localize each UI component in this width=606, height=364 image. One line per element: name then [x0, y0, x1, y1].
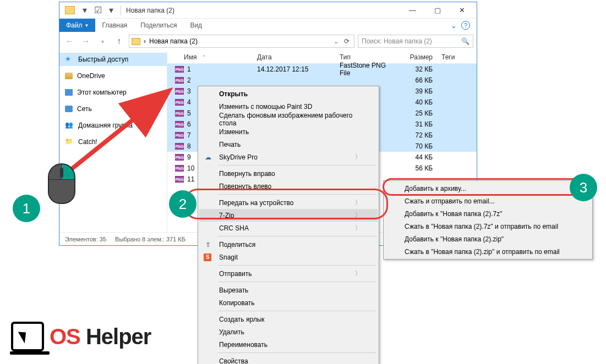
menu-item[interactable]: Добавить к "Новая папка (2).zip"	[385, 233, 591, 245]
search-input[interactable]: Поиск: Новая папка (2) 🔍	[358, 35, 473, 48]
menu-item[interactable]: Печать	[199, 138, 378, 151]
qa-dropdown-icon[interactable]: ▾	[79, 4, 91, 16]
sidebar-item-this-pc[interactable]: Этот компьютер	[59, 86, 167, 99]
tab-share[interactable]: Поделиться	[134, 19, 183, 32]
col-name-label: Имя	[184, 53, 196, 61]
menu-item[interactable]: Передать на устройство〉	[199, 196, 378, 209]
file-row[interactable]: PNG266 КБ	[167, 75, 477, 86]
file-size: 32 КБ	[396, 65, 437, 73]
menu-item[interactable]: Добавить к "Новая папка (2).7z"	[385, 207, 591, 220]
sidebar-item-onedrive[interactable]: OneDrive	[59, 69, 167, 82]
menu-item-label: Сжать в "Новая папка (2).zip" и отправит…	[405, 248, 560, 256]
sidebar-item-label: Домашняя группа	[78, 122, 133, 129]
file-name: 5	[187, 109, 191, 117]
sidebar-item-label: Быстрый доступ	[78, 56, 128, 63]
annotation-badge-3: 3	[570, 174, 597, 201]
submenu-7zip: Добавить к архиву...Сжать и отправить по…	[383, 180, 593, 260]
minimize-button[interactable]: —	[400, 2, 425, 18]
help-icon[interactable]: ?	[461, 21, 470, 30]
tab-file[interactable]: Файл▼	[59, 19, 95, 32]
menu-item-label: Переименовать	[219, 341, 267, 349]
sidebar-item-label: Этот компьютер	[77, 89, 127, 96]
context-menu: ОткрытьИзменить с помощью Paint 3DСделат…	[198, 86, 379, 364]
file-size: 44 КБ	[396, 153, 437, 161]
menu-item[interactable]: Сжать в "Новая папка (2).7z" и отправить…	[385, 220, 591, 233]
menu-item[interactable]: CRC SHA〉	[199, 222, 378, 234]
ribbon-expand-icon[interactable]: ⌄	[451, 21, 457, 30]
sidebar-item-catch[interactable]: 📁Catch!	[59, 135, 167, 148]
tab-file-label: Файл	[66, 21, 83, 29]
search-icon[interactable]: 🔍	[461, 37, 469, 45]
menu-item[interactable]: Повернуть вправо	[199, 167, 378, 180]
titlebar: ▾ ☑ ▾ Новая папка (2) — ▢ ✕	[59, 2, 477, 19]
menu-item-label: SkyDrive Pro	[219, 153, 258, 161]
menu-item[interactable]: Открыть	[199, 87, 378, 100]
menu-item-label: Отправить	[219, 270, 252, 278]
nav-history-dropdown[interactable]: ▾	[96, 35, 109, 48]
path-text[interactable]: Новая папка (2)	[149, 37, 198, 45]
menu-item[interactable]: Изменить	[199, 125, 378, 138]
network-icon	[65, 106, 73, 112]
menu-item[interactable]: 7-Zip〉	[199, 209, 378, 222]
submenu-arrow-icon: 〉	[355, 153, 361, 161]
qa-dropdown2-icon[interactable]: ▾	[105, 4, 117, 16]
sidebar-item-quick-access[interactable]: ★Быстрый доступ	[59, 53, 167, 66]
col-size[interactable]: Размер	[396, 53, 437, 61]
chevron-down-icon[interactable]: ⌄	[334, 38, 339, 45]
menu-item-label: 7-Zip	[219, 212, 234, 219]
menu-item[interactable]: Повернуть влево	[199, 180, 378, 192]
menu-item-label: Передать на устройство	[219, 199, 293, 207]
os-helper-logo: OS Helper	[11, 322, 151, 351]
file-name: 6	[187, 120, 191, 128]
nav-back-button[interactable]: ←	[63, 35, 76, 48]
catch-icon: 📁	[65, 137, 74, 146]
status-selected: Выбрано 8 элем.: 371 КБ	[115, 236, 185, 242]
tab-home[interactable]: Главная	[95, 19, 134, 32]
menu-item[interactable]: Сжать и отправить по email...	[385, 195, 591, 207]
col-type[interactable]: Тип	[335, 53, 396, 61]
tab-view[interactable]: Вид	[183, 19, 209, 32]
menu-item[interactable]: Создать ярлык	[199, 313, 378, 326]
sidebar-item-network[interactable]: Сеть	[59, 102, 167, 115]
menu-item[interactable]: SSnagit	[199, 251, 378, 263]
file-size: 25 КБ	[396, 109, 437, 117]
close-button[interactable]: ✕	[450, 2, 474, 18]
png-file-icon: PNG	[175, 165, 184, 172]
menu-item[interactable]: Удалить	[199, 326, 378, 338]
menu-item-label: Сжать в "Новая папка (2).7z" и отправить…	[405, 223, 558, 230]
col-name[interactable]: Имя⌃	[167, 53, 253, 61]
maximize-button[interactable]: ▢	[425, 2, 450, 18]
column-headers: Имя⌃ Дата Тип Размер Теги	[167, 51, 477, 64]
refresh-icon[interactable]: ⟳	[344, 37, 350, 45]
sidebar-item-label: Сеть	[77, 105, 92, 113]
sidebar-item-homegroup[interactable]: 👥Домашняя группа	[59, 119, 167, 132]
menu-item[interactable]: Вырезать	[199, 284, 378, 296]
nav-up-button[interactable]: ↑	[112, 35, 125, 48]
menu-item[interactable]: Добавить к архиву...	[385, 182, 591, 195]
ribbon-tabs: Файл▼ Главная Поделиться Вид ⌄ ?	[59, 19, 477, 32]
ribbon-right: ⌄ ?	[449, 19, 477, 32]
menu-item-label: Копировать	[219, 299, 255, 307]
nav-forward-button[interactable]: →	[79, 35, 92, 48]
menu-item-label: Добавить к архиву...	[405, 185, 466, 192]
share-icon: ⇪	[204, 240, 212, 249]
submenu-arrow-icon: 〉	[355, 224, 361, 232]
submenu-arrow-icon: 〉	[355, 269, 361, 278]
png-file-icon: PNG	[175, 66, 184, 73]
png-file-icon: PNG	[175, 132, 184, 139]
menu-item[interactable]: ☁SkyDrive Pro〉	[199, 151, 378, 163]
menu-item[interactable]: Свойства	[199, 355, 378, 364]
menu-separator	[218, 352, 376, 353]
menu-item[interactable]: Копировать	[199, 296, 378, 309]
menu-item[interactable]: Переименовать	[199, 338, 378, 351]
menu-item[interactable]: ⇪Поделиться	[199, 238, 378, 251]
address-bar[interactable]: › Новая папка (2) ⌄ ⟳	[129, 35, 354, 48]
col-tags[interactable]: Теги	[437, 53, 477, 61]
qa-checkbox-icon[interactable]: ☑	[92, 4, 104, 16]
menu-item-label: Сжать и отправить по email...	[405, 197, 495, 205]
menu-item[interactable]: Сжать в "Новая папка (2).zip" и отправит…	[385, 245, 591, 258]
menu-item[interactable]: Отправить〉	[199, 267, 378, 280]
menu-item[interactable]: Сделать фоновым изображением рабочего ст…	[199, 113, 378, 125]
file-row[interactable]: PNG114.12.2017 12:15FastStone PNG File32…	[167, 64, 477, 75]
col-date[interactable]: Дата	[253, 53, 335, 61]
